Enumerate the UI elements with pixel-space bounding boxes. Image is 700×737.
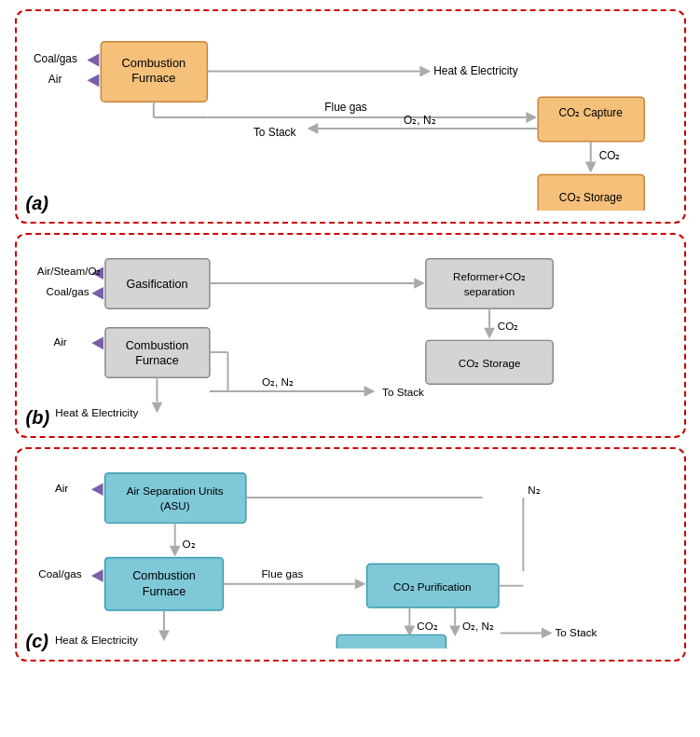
arrow-reformer-co2-head [484, 328, 495, 339]
to-stack-label-a: To Stack [253, 126, 295, 139]
heat-label: Heat & Electricity [433, 64, 517, 77]
co2-label-b: CO₂ [497, 320, 518, 332]
co2-label-c: CO₂ [417, 620, 438, 632]
main-container: Coal/gas Air Combustion Furnace Heat & E… [15, 9, 686, 662]
diagram-a: Coal/gas Air Combustion Furnace Heat & E… [32, 24, 669, 211]
reformer-box [425, 259, 552, 309]
flue-label-c: Flue gas [261, 567, 303, 580]
heat-label-b: Heat & Electricity [55, 406, 138, 418]
arrow-o2n2-head [307, 123, 318, 134]
co2-storage-label-a: CO₂ Storage [558, 191, 622, 204]
arrow-flue-c-head [354, 579, 365, 590]
diagram-c: Air Air Separation Units (ASU) N₂ O₂ Coa… [32, 462, 669, 648]
furnace-label-c-1: Combustion [132, 569, 196, 582]
furnace-label-c-2: Furnace [142, 585, 185, 598]
arrow-gasif-reformer-head [414, 278, 425, 289]
coalgas-label-c: Coal/gas [38, 567, 81, 580]
o2-label-c: O₂ [182, 538, 195, 550]
co2-capture-label-1: CO₂ Capture [558, 106, 623, 119]
asu-label-1: Air Separation Units [126, 485, 223, 497]
coalgas-arrow-c [90, 569, 103, 582]
coalgas-label-b: Coal/gas [46, 285, 89, 297]
air-label-b: Air [53, 335, 66, 348]
arrow-heat-head [419, 65, 431, 76]
furnace-box-c [104, 557, 223, 610]
arrow-furnace-heat-b-head [151, 403, 162, 414]
panel-a-label: (a) [26, 193, 48, 214]
reformer-label-1: Reformer+CO₂ [453, 270, 526, 282]
n2-label: N₂ [528, 484, 540, 496]
asu-box [104, 473, 245, 524]
panel-c: Air Air Separation Units (ASU) N₂ O₂ Coa… [15, 447, 686, 662]
furnace-label-a-1: Combustion [121, 56, 185, 70]
arrow-o2n2-c-head [449, 626, 460, 637]
arrow-flue-head [526, 112, 537, 123]
furnace-box-b [104, 328, 209, 378]
o2-n2-label-a: O₂, N₂ [404, 114, 435, 127]
coalgas-arrow-b [91, 287, 103, 300]
co2-storage-label-c: CO₂ Storage [360, 647, 422, 648]
arrow-heat-c-head [158, 630, 170, 641]
air-arrow-c [90, 483, 103, 496]
co2-storage-label-b: CO₂ Storage [458, 357, 520, 369]
arrow-o2n2-b-head [364, 386, 375, 397]
arrow-tostack-c-head [541, 628, 552, 639]
heat-label-c: Heat & Electricity [54, 634, 137, 646]
to-stack-label-b: To Stack [382, 386, 424, 398]
co2-label-a: CO₂ [598, 149, 620, 162]
co2-purif-label: CO₂ Purification [393, 580, 472, 593]
panel-c-label: (c) [26, 631, 48, 652]
gasification-label: Gasification [126, 278, 187, 291]
coal-label: Coal/gas [33, 52, 76, 65]
o2-n2-label-b: O₂, N₂ [262, 375, 294, 388]
airsteam-label: Air/Steam/O₂ [36, 265, 101, 277]
flue-label: Flue gas [324, 101, 367, 114]
panel-a: Coal/gas Air Combustion Furnace Heat & E… [15, 9, 686, 224]
air-label-c: Air [54, 482, 67, 494]
air-arrow-a [87, 74, 99, 87]
to-stack-label-c: To Stack [555, 626, 597, 638]
air-arrow-b [91, 336, 103, 349]
diagram-b: Air/Steam/O₂ Coal/gas Gasification Refor… [32, 248, 669, 425]
reformer-label-2: separation [463, 285, 515, 297]
furnace-label-b-2: Furnace [135, 354, 178, 367]
arrow-asu-o2-head [169, 546, 180, 557]
furnace-label-a-2: Furnace [131, 71, 175, 85]
asu-label-2: (ASU) [159, 499, 189, 512]
coal-arrow [87, 54, 99, 67]
air-label-a: Air [48, 73, 62, 86]
furnace-label-b-1: Combustion [125, 339, 188, 352]
o2-n2-label-c: O₂, N₂ [462, 620, 494, 632]
panel-b-label: (b) [26, 407, 50, 429]
arrow-co2-down1-head [584, 162, 596, 173]
panel-b: Air/Steam/O₂ Coal/gas Gasification Refor… [15, 233, 686, 438]
